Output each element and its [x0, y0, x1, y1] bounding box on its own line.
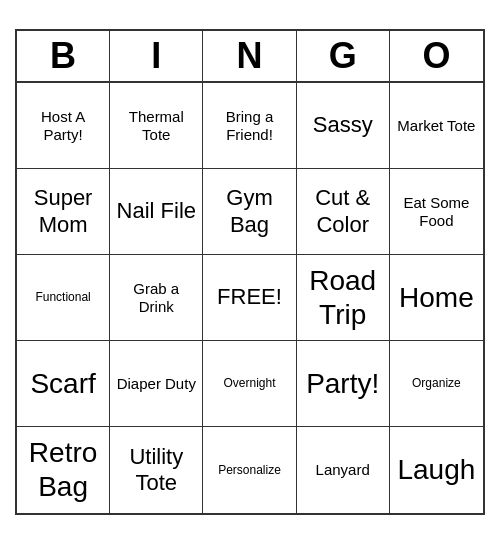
- bingo-cell-7[interactable]: Gym Bag: [203, 169, 296, 255]
- bingo-cell-text-18: Party!: [306, 367, 379, 401]
- header-letter-g: G: [297, 31, 390, 81]
- bingo-cell-text-10: Functional: [35, 290, 90, 304]
- bingo-cell-11[interactable]: Grab a Drink: [110, 255, 203, 341]
- bingo-cell-text-22: Personalize: [218, 463, 281, 477]
- bingo-cell-text-1: Thermal Tote: [114, 108, 198, 144]
- bingo-cell-text-6: Nail File: [117, 198, 196, 224]
- bingo-cell-23[interactable]: Lanyard: [297, 427, 390, 513]
- bingo-cell-text-12: FREE!: [217, 284, 282, 310]
- header-letter-b: B: [17, 31, 110, 81]
- bingo-cell-13[interactable]: Road Trip: [297, 255, 390, 341]
- bingo-cell-text-7: Gym Bag: [207, 185, 291, 238]
- bingo-cell-text-17: Overnight: [223, 376, 275, 390]
- bingo-cell-text-13: Road Trip: [301, 264, 385, 331]
- bingo-cell-12[interactable]: FREE!: [203, 255, 296, 341]
- bingo-cell-3[interactable]: Sassy: [297, 83, 390, 169]
- bingo-cell-5[interactable]: Super Mom: [17, 169, 110, 255]
- bingo-card: BINGO Host A Party!Thermal ToteBring a F…: [15, 29, 485, 515]
- bingo-cell-14[interactable]: Home: [390, 255, 483, 341]
- bingo-cell-text-3: Sassy: [313, 112, 373, 138]
- bingo-cell-text-4: Market Tote: [397, 117, 475, 135]
- bingo-cell-text-2: Bring a Friend!: [207, 108, 291, 144]
- bingo-cell-text-8: Cut & Color: [301, 185, 385, 238]
- bingo-cell-8[interactable]: Cut & Color: [297, 169, 390, 255]
- bingo-cell-4[interactable]: Market Tote: [390, 83, 483, 169]
- bingo-cell-18[interactable]: Party!: [297, 341, 390, 427]
- bingo-cell-20[interactable]: Retro Bag: [17, 427, 110, 513]
- bingo-cell-text-15: Scarf: [30, 367, 95, 401]
- bingo-cell-17[interactable]: Overnight: [203, 341, 296, 427]
- bingo-cell-text-21: Utility Tote: [114, 444, 198, 497]
- bingo-header: BINGO: [17, 31, 483, 83]
- bingo-cell-22[interactable]: Personalize: [203, 427, 296, 513]
- header-letter-o: O: [390, 31, 483, 81]
- bingo-cell-text-14: Home: [399, 281, 474, 315]
- bingo-cell-0[interactable]: Host A Party!: [17, 83, 110, 169]
- bingo-cell-text-5: Super Mom: [21, 185, 105, 238]
- header-letter-n: N: [203, 31, 296, 81]
- bingo-cell-9[interactable]: Eat Some Food: [390, 169, 483, 255]
- bingo-cell-text-0: Host A Party!: [21, 108, 105, 144]
- bingo-cell-text-24: Laugh: [397, 453, 475, 487]
- bingo-cell-15[interactable]: Scarf: [17, 341, 110, 427]
- bingo-cell-19[interactable]: Organize: [390, 341, 483, 427]
- bingo-cell-21[interactable]: Utility Tote: [110, 427, 203, 513]
- bingo-cell-text-19: Organize: [412, 376, 461, 390]
- bingo-cell-16[interactable]: Diaper Duty: [110, 341, 203, 427]
- bingo-cell-6[interactable]: Nail File: [110, 169, 203, 255]
- bingo-cell-text-9: Eat Some Food: [394, 194, 479, 230]
- bingo-cell-text-11: Grab a Drink: [114, 280, 198, 316]
- bingo-cell-text-23: Lanyard: [316, 461, 370, 479]
- bingo-cell-text-16: Diaper Duty: [117, 375, 196, 393]
- bingo-cell-10[interactable]: Functional: [17, 255, 110, 341]
- bingo-cell-1[interactable]: Thermal Tote: [110, 83, 203, 169]
- bingo-grid: Host A Party!Thermal ToteBring a Friend!…: [17, 83, 483, 513]
- bingo-cell-text-20: Retro Bag: [21, 436, 105, 503]
- bingo-cell-24[interactable]: Laugh: [390, 427, 483, 513]
- header-letter-i: I: [110, 31, 203, 81]
- bingo-cell-2[interactable]: Bring a Friend!: [203, 83, 296, 169]
